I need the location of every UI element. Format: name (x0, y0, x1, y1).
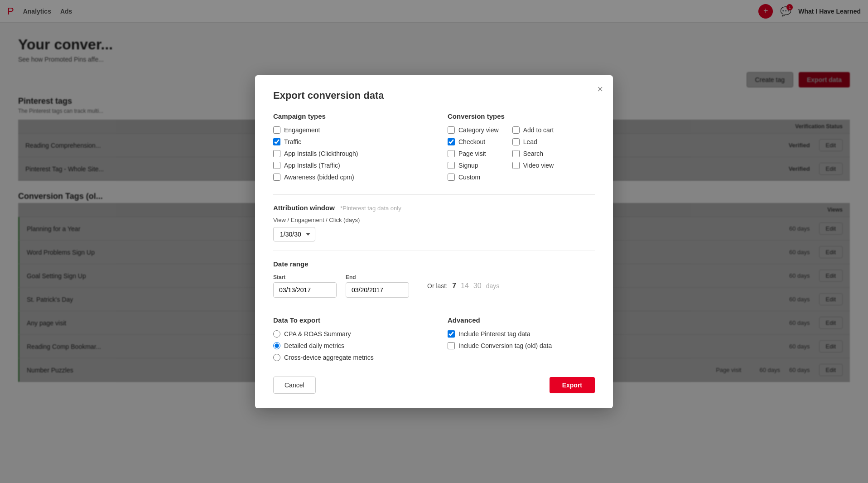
divider-2 (273, 251, 595, 251)
advanced-col: Advanced Include Pinterest tag data Incl… (448, 316, 595, 366)
app-installs-traffic-label[interactable]: App Installs (Traffic) (284, 162, 340, 169)
engagement-label[interactable]: Engagement (284, 126, 320, 134)
export-advanced-section: Data To export CPA & ROAS Summary Detail… (273, 316, 595, 366)
attribution-subtitle: *Pinterest tag data only (340, 205, 401, 212)
end-date-field: End (346, 274, 409, 298)
checkbox-custom: Custom (448, 174, 499, 181)
include-conversion-tag-checkbox[interactable] (448, 342, 455, 349)
custom-label[interactable]: Custom (458, 174, 480, 181)
lead-checkbox[interactable] (512, 138, 520, 145)
checkbox-app-installs-traffic: App Installs (Traffic) (273, 162, 420, 169)
or-last-label: Or last: (427, 282, 448, 290)
page-visit-checkbox[interactable] (448, 150, 455, 157)
date-row: Start End Or last: 7 14 30 days (273, 274, 595, 298)
custom-checkbox[interactable] (448, 174, 455, 181)
radio-cross-device: Cross-device aggregate metrics (273, 354, 420, 361)
days-7-button[interactable]: 7 (452, 282, 456, 290)
checkout-label[interactable]: Checkout (458, 138, 485, 145)
checkbox-category-view: Category view (448, 126, 499, 134)
checkbox-traffic: Traffic (273, 138, 420, 145)
traffic-checkbox[interactable] (273, 138, 280, 145)
modal-footer: Cancel Export (273, 377, 595, 394)
engagement-checkbox[interactable] (273, 126, 280, 134)
add-to-cart-label[interactable]: Add to cart (523, 126, 554, 134)
checkbox-search: Search (512, 150, 554, 157)
checkbox-checkout: Checkout (448, 138, 499, 145)
or-last-group: Or last: 7 14 30 days (427, 282, 499, 290)
campaign-types-title: Campaign types (273, 112, 420, 120)
traffic-label[interactable]: Traffic (284, 138, 301, 145)
data-to-export-col: Data To export CPA & ROAS Summary Detail… (273, 316, 420, 366)
data-to-export-title: Data To export (273, 316, 420, 324)
close-modal-button[interactable]: × (597, 83, 603, 95)
radio-detailed-daily: Detailed daily metrics (273, 342, 420, 349)
lead-label[interactable]: Lead (523, 138, 537, 145)
app-installs-traffic-checkbox[interactable] (273, 162, 280, 169)
detailed-daily-radio[interactable] (273, 342, 280, 349)
include-pinterest-tag-checkbox[interactable] (448, 330, 455, 338)
conversion-types-title: Conversion types (448, 112, 595, 120)
modal-overlay[interactable]: × Export conversion data Campaign types … (0, 0, 868, 396)
days-14-button[interactable]: 14 (461, 282, 469, 290)
conversion-types-col: Conversion types Category view Checkout (448, 112, 595, 185)
conversion-types-col2: Add to cart Lead Search Video view (512, 126, 554, 185)
campaign-types-col: Campaign types Engagement Traffic App In… (273, 112, 420, 185)
include-pinterest-tag-label[interactable]: Include Pinterest tag data (458, 330, 530, 338)
end-date-input[interactable] (346, 282, 409, 298)
export-modal: × Export conversion data Campaign types … (255, 75, 613, 396)
export-button[interactable]: Export (550, 377, 595, 393)
checkbox-lead: Lead (512, 138, 554, 145)
video-view-checkbox[interactable] (512, 162, 520, 169)
search-checkbox[interactable] (512, 150, 520, 157)
date-range-title: Date range (273, 260, 595, 268)
detailed-daily-label[interactable]: Detailed daily metrics (284, 342, 344, 349)
checkbox-include-pinterest-tag: Include Pinterest tag data (448, 330, 595, 338)
attribution-section: Attribution window *Pinterest tag data o… (273, 204, 595, 242)
awareness-label[interactable]: Awareness (bidded cpm) (284, 174, 354, 181)
advanced-title: Advanced (448, 316, 595, 324)
awareness-checkbox[interactable] (273, 174, 280, 181)
divider-3 (273, 307, 595, 307)
cross-device-label[interactable]: Cross-device aggregate metrics (284, 354, 374, 361)
search-label[interactable]: Search (523, 150, 543, 157)
add-to-cart-checkbox[interactable] (512, 126, 520, 134)
date-range-section: Date range Start End Or last: 7 14 30 da… (273, 260, 595, 298)
start-date-field: Start (273, 274, 337, 298)
signup-label[interactable]: Signup (458, 162, 478, 169)
conversion-types-col1: Category view Checkout Page visit S (448, 126, 499, 185)
checkbox-engagement: Engagement (273, 126, 420, 134)
checkbox-app-installs-click: App Installs (Clickthrough) (273, 150, 420, 157)
types-section: Campaign types Engagement Traffic App In… (273, 112, 595, 185)
cpa-roas-label[interactable]: CPA & ROAS Summary (284, 330, 351, 338)
checkbox-video-view: Video view (512, 162, 554, 169)
cancel-button[interactable]: Cancel (273, 377, 316, 394)
days-30-button[interactable]: 30 (473, 282, 482, 290)
start-date-label: Start (273, 274, 337, 280)
category-view-label[interactable]: Category view (458, 126, 499, 134)
checkbox-page-visit: Page visit (448, 150, 499, 157)
page-visit-label[interactable]: Page visit (458, 150, 486, 157)
cpa-roas-radio[interactable] (273, 330, 280, 338)
cross-device-radio[interactable] (273, 354, 280, 361)
radio-cpa-roas: CPA & ROAS Summary (273, 330, 420, 338)
start-date-input[interactable] (273, 282, 337, 298)
attribution-title: Attribution window (273, 204, 335, 212)
video-view-label[interactable]: Video view (523, 162, 554, 169)
app-installs-click-label[interactable]: App Installs (Clickthrough) (284, 150, 358, 157)
attribution-label: View / Engagement / Click (days) (273, 217, 595, 223)
days-label: days (486, 282, 500, 290)
end-date-label: End (346, 274, 409, 280)
checkbox-awareness: Awareness (bidded cpm) (273, 174, 420, 181)
divider-1 (273, 194, 595, 195)
checkout-checkbox[interactable] (448, 138, 455, 145)
include-conversion-tag-label[interactable]: Include Conversion tag (old) data (458, 342, 552, 349)
checkbox-include-conversion-tag: Include Conversion tag (old) data (448, 342, 595, 349)
app-installs-click-checkbox[interactable] (273, 150, 280, 157)
checkbox-add-to-cart: Add to cart (512, 126, 554, 134)
attribution-select[interactable]: 1/30/30 1/7/7 1/14/14 1/30/60 (273, 227, 315, 242)
checkbox-signup: Signup (448, 162, 499, 169)
modal-title: Export conversion data (273, 90, 595, 101)
category-view-checkbox[interactable] (448, 126, 455, 134)
signup-checkbox[interactable] (448, 162, 455, 169)
